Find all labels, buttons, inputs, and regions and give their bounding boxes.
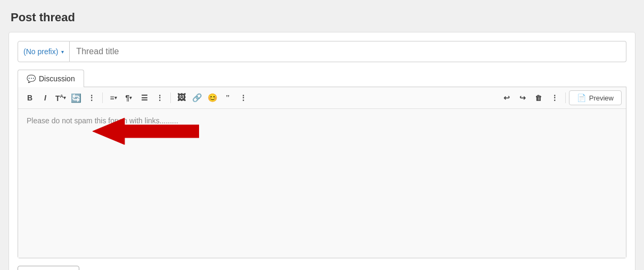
paragraph-button[interactable]: ¶▾	[121, 90, 136, 105]
tabs-bar: 💬 Discussion	[18, 70, 626, 87]
toolbar: B I TA▾ 🔄 ⋮ ≡▾ ¶▾ ☰ ⋮ 🖼 🔗 😊	[18, 87, 626, 109]
attach-files-button[interactable]: 📎 Attach files	[18, 266, 79, 270]
toolbar-align-group: ≡▾ ¶▾ ☰ ⋮	[106, 90, 167, 105]
editor-wrapper: B I TA▾ 🔄 ⋮ ≡▾ ¶▾ ☰ ⋮ 🖼 🔗 😊	[18, 87, 626, 258]
clear-button[interactable]: 🗑	[531, 90, 546, 105]
toolbar-format-group: B I TA▾ 🔄 ⋮	[22, 90, 99, 105]
more-format-button[interactable]: ⋮	[84, 90, 99, 105]
chevron-down-icon: ▾	[61, 49, 64, 55]
bold-button[interactable]: B	[22, 90, 37, 105]
thread-title-input[interactable]	[70, 41, 626, 62]
more-align-button[interactable]: ⋮	[152, 90, 167, 105]
toolbar-separator-3	[565, 92, 566, 103]
undo-button[interactable]: ↩	[499, 90, 514, 105]
link-style-button[interactable]: 🔄	[69, 90, 84, 105]
toolbar-insert-group: 🖼 🔗 😊 " ⋮	[174, 90, 251, 105]
link-button[interactable]: 🔗	[189, 90, 204, 105]
text-size-button[interactable]: TA▾	[53, 90, 68, 105]
list-button[interactable]: ☰	[137, 90, 152, 105]
preview-icon: 📄	[577, 94, 586, 102]
prefix-dropdown[interactable]: (No prefix) ▾	[18, 41, 70, 62]
italic-button[interactable]: I	[38, 90, 53, 105]
align-button[interactable]: ≡▾	[106, 90, 121, 105]
more-right-button[interactable]: ⋮	[547, 90, 562, 105]
text-size-label: TA	[55, 94, 63, 103]
arrow-annotation	[93, 115, 199, 149]
image-button[interactable]: 🖼	[174, 90, 189, 105]
redo-button[interactable]: ↪	[515, 90, 530, 105]
page-title: Post thread	[0, 5, 644, 32]
arrow-svg	[93, 115, 199, 147]
post-thread-container: (No prefix) ▾ 💬 Discussion B I TA▾ 🔄 ⋮	[9, 32, 635, 270]
toolbar-separator-1	[102, 92, 103, 103]
preview-label: Preview	[589, 94, 614, 102]
attach-section: 📎 Attach files	[18, 266, 626, 270]
prefix-title-row: (No prefix) ▾	[18, 41, 626, 62]
quote-button[interactable]: "	[220, 90, 235, 105]
emoji-button[interactable]: 😊	[205, 90, 220, 105]
discussion-icon: 💬	[27, 74, 36, 83]
toolbar-right-group: ↩ ↪ 🗑 ⋮ 📄 Preview	[499, 90, 622, 105]
tab-discussion-label: Discussion	[39, 74, 75, 83]
toolbar-separator-2	[170, 92, 171, 103]
editor-content[interactable]: Please do not spam this forum with links…	[18, 109, 626, 258]
preview-button[interactable]: 📄 Preview	[569, 90, 622, 105]
svg-marker-0	[93, 118, 199, 145]
more-insert-button[interactable]: ⋮	[236, 90, 251, 105]
prefix-label: (No prefix)	[23, 47, 58, 56]
tab-discussion[interactable]: 💬 Discussion	[18, 70, 84, 87]
